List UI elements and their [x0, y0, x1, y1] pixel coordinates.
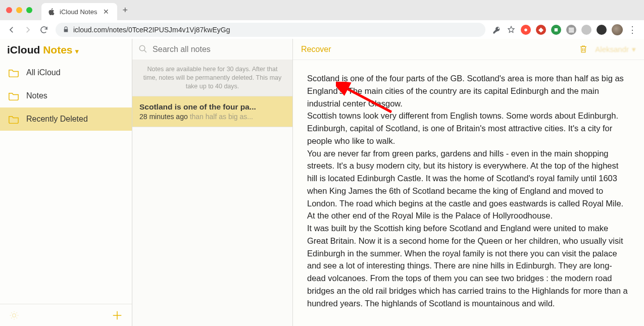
- extension-icon-1[interactable]: ●: [521, 25, 531, 35]
- new-tab-button[interactable]: +: [122, 5, 128, 16]
- info-banner: Notes are available here for 30 days. Af…: [132, 60, 292, 96]
- extension-icon-5[interactable]: [581, 25, 591, 35]
- close-window-button[interactable]: [6, 7, 12, 13]
- sidebar: iCloud Notes ▾ All iCloud Notes Recently…: [0, 39, 132, 326]
- tab-close-icon[interactable]: ✕: [101, 8, 111, 16]
- maximize-window-button[interactable]: [26, 7, 32, 13]
- new-note-button[interactable]: [112, 310, 123, 321]
- trash-icon[interactable]: [579, 44, 588, 55]
- folder-icon: [8, 91, 19, 100]
- browser-chrome: iCloud Notes ✕ + icloud.com/notes/0TceR2…: [0, 0, 644, 39]
- notes-list-pane: Notes are available here for 30 days. Af…: [132, 39, 293, 326]
- forward-button[interactable]: [23, 25, 32, 34]
- sidebar-item-label: All iCloud: [26, 68, 61, 77]
- sidebar-item-label: Notes: [26, 91, 47, 100]
- star-icon[interactable]: [507, 25, 516, 34]
- search-input[interactable]: [153, 45, 286, 54]
- toolbar-right: ● ◆ ■ ▦ ⋮: [492, 24, 637, 35]
- recover-button[interactable]: Recover: [301, 45, 331, 54]
- browser-menu-button[interactable]: ⋮: [628, 24, 637, 35]
- content-toolbar: Recover Aleksandr ▾: [293, 39, 644, 60]
- extension-icon-6[interactable]: [597, 25, 607, 35]
- window-controls: [6, 7, 32, 13]
- address-bar: icloud.com/notes/0TceR2IPUSJm4v1Vj87kwEy…: [0, 20, 644, 39]
- note-item-title: Scotland is one of the four pa...: [139, 102, 285, 112]
- app-title[interactable]: iCloud Notes ▾: [0, 39, 132, 61]
- extension-icon-4[interactable]: ▦: [566, 25, 576, 35]
- sidebar-item-notes[interactable]: Notes: [0, 84, 132, 107]
- search-box: [132, 39, 292, 60]
- extension-icon-2[interactable]: ◆: [536, 25, 546, 35]
- titlebar: iCloud Notes ✕ +: [0, 0, 644, 20]
- icloud-notes-app: iCloud Notes ▾ All iCloud Notes Recently…: [0, 39, 644, 326]
- search-icon: [138, 44, 147, 55]
- note-paragraph: You are never far from green parks, gard…: [307, 147, 630, 223]
- sidebar-bottom-bar: [0, 304, 132, 326]
- sidebar-item-recently-deleted[interactable]: Recently Deleted: [0, 107, 132, 131]
- url-text: icloud.com/notes/0TceR2IPUSJm4v1Vj87kwEy…: [73, 26, 230, 34]
- sidebar-item-all-icloud[interactable]: All iCloud: [0, 61, 132, 84]
- user-menu[interactable]: Aleksandr ▾: [595, 45, 636, 54]
- tab-title: iCloud Notes: [60, 8, 97, 16]
- folder-icon: [8, 68, 19, 77]
- chevron-down-icon: ▾: [632, 45, 636, 54]
- svg-point-0: [139, 45, 145, 51]
- back-button[interactable]: [7, 25, 16, 34]
- note-item-preview: than half as big as...: [190, 113, 253, 121]
- app-title-prefix: iCloud: [7, 44, 43, 56]
- minimize-window-button[interactable]: [16, 7, 22, 13]
- lock-icon: [63, 26, 69, 33]
- note-paragraph: Scotland is one of the four parts of the…: [307, 72, 630, 110]
- note-body[interactable]: Scotland is one of the four parts of the…: [293, 60, 644, 321]
- note-item-meta: 28 minutes ago than half as big as...: [139, 113, 285, 121]
- gear-icon[interactable]: [9, 310, 19, 320]
- browser-tab[interactable]: iCloud Notes ✕: [41, 3, 117, 20]
- apple-icon: [47, 8, 56, 16]
- profile-avatar[interactable]: [612, 24, 623, 35]
- sidebar-item-label: Recently Deleted: [26, 115, 88, 124]
- extension-icon-3[interactable]: ■: [551, 25, 561, 35]
- url-box[interactable]: icloud.com/notes/0TceR2IPUSJm4v1Vj87kwEy…: [56, 23, 485, 37]
- note-item-time: 28 minutes ago: [139, 113, 188, 121]
- reload-button[interactable]: [39, 25, 48, 34]
- note-paragraph: Scottish towns look very different from …: [307, 110, 630, 147]
- chevron-down-icon: ▾: [75, 47, 79, 55]
- note-list-item[interactable]: Scotland is one of the four pa... 28 min…: [132, 96, 292, 127]
- key-icon[interactable]: [492, 25, 502, 34]
- note-paragraph: It was built by the Scottish king before…: [307, 222, 630, 309]
- folder-icon: [8, 115, 19, 124]
- app-title-word: Notes: [43, 44, 72, 56]
- user-label: Aleksandr: [595, 45, 629, 53]
- note-content-pane: Recover Aleksandr ▾ Scotland is one of t…: [293, 39, 644, 326]
